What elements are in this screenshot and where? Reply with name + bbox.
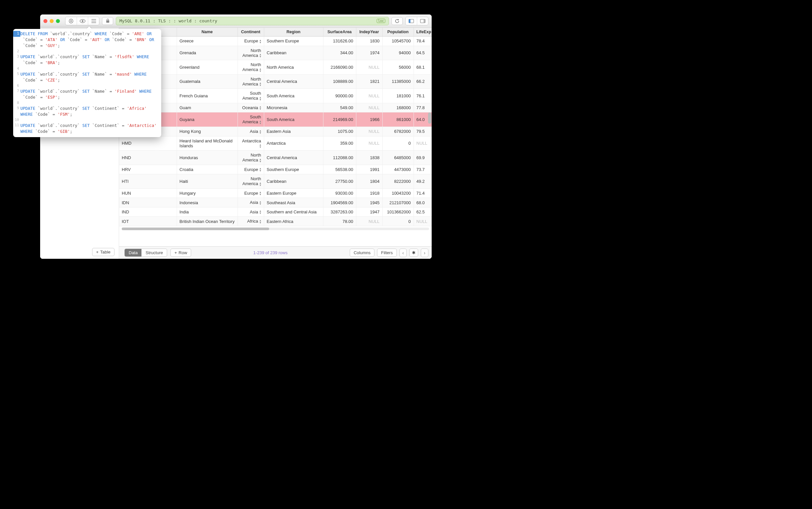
table-cell[interactable]: Hungary: [177, 189, 237, 198]
table-cell[interactable]: 56000: [382, 60, 414, 75]
add-table-button[interactable]: + Table: [92, 248, 115, 256]
table-cell[interactable]: NULL: [356, 217, 382, 226]
table-row[interactable]: HMDHeard Island and McDonald IslandsAnta…: [119, 136, 432, 150]
table-cell[interactable]: HMD: [119, 136, 177, 150]
table-cell[interactable]: 27750.00: [323, 174, 356, 189]
table-cell[interactable]: NULL: [356, 103, 382, 112]
table-cell[interactable]: South America: [264, 89, 323, 103]
table-cell[interactable]: Europe▴▾: [237, 36, 264, 46]
table-cell[interactable]: North America▴▾: [237, 174, 264, 189]
col-header-region[interactable]: Region: [264, 28, 323, 36]
table-cell[interactable]: 1918: [356, 189, 382, 198]
toggle-left-panel-icon[interactable]: [406, 17, 417, 25]
table-row[interactable]: GuyanaSouth America▴▾South America214969…: [119, 112, 432, 127]
table-row[interactable]: GrenadaNorth America▴▾Caribbean344.00197…: [119, 46, 432, 60]
table-cell[interactable]: NULL: [356, 89, 382, 103]
table-cell[interactable]: Caribbean: [264, 174, 323, 189]
table-row[interactable]: French GuianaSouth America▴▾South Americ…: [119, 89, 432, 103]
table-cell[interactable]: Central America: [264, 74, 323, 89]
table-cell[interactable]: Croatia: [177, 165, 237, 174]
add-row-button[interactable]: + Row: [170, 248, 191, 257]
table-cell[interactable]: 168000: [382, 103, 414, 112]
table-cell[interactable]: Eastern Asia: [264, 127, 323, 136]
col-header-surfacearea[interactable]: SurfaceArea: [323, 28, 356, 36]
sql-code[interactable]: DELETE FROM `world`.`country` WHERE `Cod…: [21, 31, 155, 37]
table-cell[interactable]: 214969.00: [323, 112, 356, 127]
refresh-icon[interactable]: [392, 17, 403, 25]
table-row[interactable]: IDNIndonesiaAsia▴▾Southeast Asia1904569.…: [119, 198, 432, 207]
table-cell[interactable]: India: [177, 207, 237, 217]
cancel-icon[interactable]: [65, 17, 77, 25]
table-cell[interactable]: Guyana: [177, 112, 237, 127]
table-cell[interactable]: IDN: [119, 198, 177, 207]
table-cell[interactable]: 181000: [382, 89, 414, 103]
table-cell[interactable]: HND: [119, 150, 177, 165]
table-cell[interactable]: 1947: [356, 207, 382, 217]
table-cell[interactable]: HTI: [119, 174, 177, 189]
table-cell[interactable]: Europe▴▾: [237, 165, 264, 174]
next-page-button[interactable]: ›: [421, 248, 428, 257]
table-cell[interactable]: Greenland: [177, 60, 237, 75]
table-cell[interactable]: Southern and Central Asia: [264, 207, 323, 217]
table-cell[interactable]: South America▴▾: [237, 112, 264, 127]
table-cell[interactable]: Eastern Europe: [264, 189, 323, 198]
table-cell[interactable]: Indonesia: [177, 198, 237, 207]
table-cell[interactable]: 94000: [382, 46, 414, 60]
table-cell[interactable]: North America▴▾: [237, 150, 264, 165]
table-cell[interactable]: Heard Island and McDonald Islands: [177, 136, 237, 150]
columns-button[interactable]: Columns: [350, 248, 375, 257]
table-cell[interactable]: Europe▴▾: [237, 189, 264, 198]
table-cell[interactable]: 10545700: [382, 36, 414, 46]
table-cell[interactable]: NULL: [356, 127, 382, 136]
prev-page-button[interactable]: ‹: [399, 248, 407, 257]
table-cell[interactable]: Honduras: [177, 150, 237, 165]
table-cell[interactable]: HRV: [119, 165, 177, 174]
table-cell[interactable]: Southern Europe: [264, 165, 323, 174]
table-cell[interactable]: Asia▴▾: [237, 127, 264, 136]
close-window-button[interactable]: [43, 19, 47, 23]
table-cell[interactable]: Guam: [177, 103, 237, 112]
table-cell[interactable]: 112088.00: [323, 150, 356, 165]
table-cell[interactable]: Oceania▴▾: [237, 103, 264, 112]
table-cell[interactable]: French Guiana: [177, 89, 237, 103]
list-icon[interactable]: [88, 17, 99, 25]
table-cell[interactable]: Antarctica▴▾: [237, 136, 264, 150]
table-cell[interactable]: 0: [382, 217, 414, 226]
table-cell[interactable]: 10043200: [382, 189, 414, 198]
table-cell[interactable]: IOT: [119, 217, 177, 226]
table-cell[interactable]: Antarctica: [264, 136, 323, 150]
sql-code[interactable]: UPDATE `world`.`country` SET `Continent`…: [21, 123, 160, 129]
table-cell[interactable]: 56538.00: [323, 165, 356, 174]
table-row[interactable]: HTIHaitiNorth America▴▾Caribbean27750.00…: [119, 174, 432, 189]
table-cell[interactable]: Africa▴▾: [237, 217, 264, 226]
table-row[interactable]: GreeceEurope▴▾Southern Europe131626.0018…: [119, 36, 432, 46]
table-cell[interactable]: British Indian Ocean Territory: [177, 217, 237, 226]
table-cell[interactable]: Southeast Asia: [264, 198, 323, 207]
sql-code[interactable]: [21, 100, 24, 106]
sql-code[interactable]: WHERE `Code` = 'FSM';: [21, 111, 76, 117]
sql-code[interactable]: UPDATE `world`.`country` SET `Name` = 'f…: [21, 54, 152, 60]
table-cell[interactable]: 6485000: [382, 150, 414, 165]
table-row[interactable]: GuatemalaNorth America▴▾Central America1…: [119, 74, 432, 89]
table-cell[interactable]: 108889.00: [323, 74, 356, 89]
sql-code[interactable]: `Code` = 'ATA' OR `Code` = 'AUT' OR `Cod…: [21, 37, 158, 43]
table-cell[interactable]: NULL: [414, 217, 432, 226]
lock-icon[interactable]: [102, 17, 113, 25]
connection-path-bar[interactable]: MySQL 8.0.11 : TLS : : world : country l…: [116, 17, 389, 25]
table-cell[interactable]: Guatemala: [177, 74, 237, 89]
toggle-right-panel-icon[interactable]: [417, 17, 428, 25]
col-header-continent[interactable]: Continent: [237, 28, 264, 36]
table-cell[interactable]: North America▴▾: [237, 46, 264, 60]
table-cell[interactable]: Haiti: [177, 174, 237, 189]
preview-icon[interactable]: [77, 17, 88, 25]
col-header-population[interactable]: Population: [382, 28, 414, 36]
table-cell[interactable]: 2166090.00: [323, 60, 356, 75]
table-cell[interactable]: 93030.00: [323, 189, 356, 198]
table-cell[interactable]: 11385000: [382, 74, 414, 89]
table-cell[interactable]: HUN: [119, 189, 177, 198]
settings-button[interactable]: ✱: [409, 248, 418, 257]
table-cell[interactable]: 78.00: [323, 217, 356, 226]
table-cell[interactable]: 0: [382, 136, 414, 150]
tab-data[interactable]: Data: [125, 249, 141, 257]
table-row[interactable]: IOTBritish Indian Ocean TerritoryAfrica▴…: [119, 217, 432, 226]
